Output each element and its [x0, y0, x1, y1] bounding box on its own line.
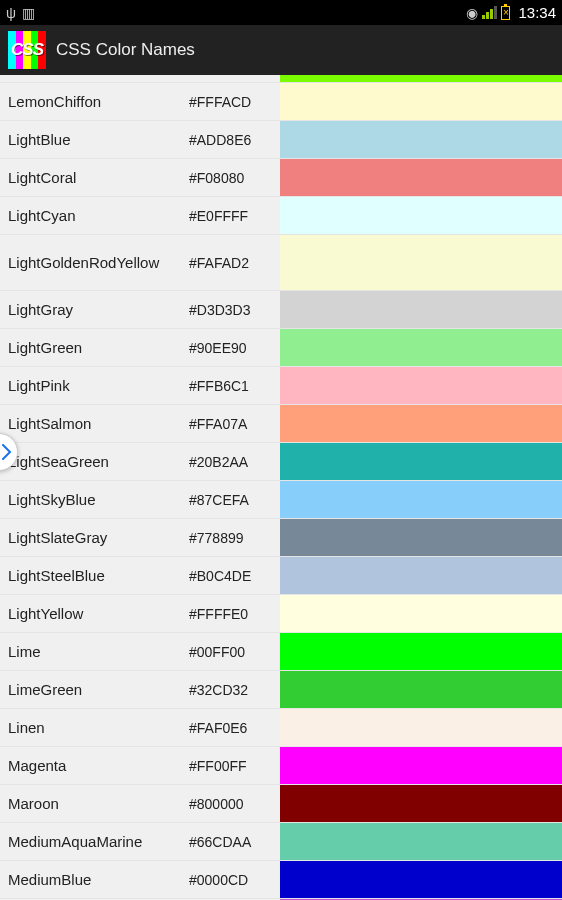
color-row[interactable]: LightCoral#F08080: [0, 159, 562, 197]
color-row[interactable]: LightSteelBlue#B0C4DE: [0, 557, 562, 595]
color-name: LightCoral: [0, 159, 185, 196]
color-row[interactable]: LimeGreen#32CD32: [0, 671, 562, 709]
color-swatch: [280, 443, 562, 480]
appbar: CSS CSS Color Names: [0, 25, 562, 75]
color-hex: [185, 75, 280, 82]
color-row[interactable]: LightYellow#FFFFE0: [0, 595, 562, 633]
color-swatch: [280, 83, 562, 120]
app-title: CSS Color Names: [56, 40, 195, 60]
color-hex: #0000CD: [185, 861, 280, 898]
signal-icon: [482, 6, 497, 19]
color-hex: #FFB6C1: [185, 367, 280, 404]
color-swatch: [280, 405, 562, 442]
color-hex: #FFFFE0: [185, 595, 280, 632]
color-swatch: [280, 159, 562, 196]
statusbar: ψ ▥ ◉ 13:34: [0, 0, 562, 25]
color-hex: #FFA07A: [185, 405, 280, 442]
color-hex: #FAF0E6: [185, 709, 280, 746]
color-name: LightBlue: [0, 121, 185, 158]
color-hex: #FAFAD2: [185, 235, 280, 290]
color-hex: #800000: [185, 785, 280, 822]
color-row[interactable]: Linen#FAF0E6: [0, 709, 562, 747]
color-name: LimeGreen: [0, 671, 185, 708]
color-row[interactable]: LightPink#FFB6C1: [0, 367, 562, 405]
color-name: [0, 75, 185, 82]
color-name: LightGreen: [0, 329, 185, 366]
color-row[interactable]: MediumAquaMarine#66CDAA: [0, 823, 562, 861]
color-hex: #FF00FF: [185, 747, 280, 784]
color-name: LightYellow: [0, 595, 185, 632]
color-row[interactable]: LightGray#D3D3D3: [0, 291, 562, 329]
color-list[interactable]: LemonChiffon#FFFACDLightBlue#ADD8E6Light…: [0, 75, 562, 900]
color-row[interactable]: LightSlateGray#778899: [0, 519, 562, 557]
color-swatch: [280, 557, 562, 594]
color-name: LightSkyBlue: [0, 481, 185, 518]
color-row[interactable]: Magenta#FF00FF: [0, 747, 562, 785]
color-row[interactable]: LightBlue#ADD8E6: [0, 121, 562, 159]
color-row[interactable]: LightSalmon#FFA07A: [0, 405, 562, 443]
color-hex: #FFFACD: [185, 83, 280, 120]
sd-icon: ▥: [22, 5, 35, 21]
color-row[interactable]: LightGreen#90EE90: [0, 329, 562, 367]
color-row[interactable]: MediumBlue#0000CD: [0, 861, 562, 899]
color-hex: #ADD8E6: [185, 121, 280, 158]
color-name: LightGoldenRodYellow: [0, 235, 185, 290]
color-hex: #90EE90: [185, 329, 280, 366]
usb-icon: ψ: [6, 5, 16, 21]
color-row[interactable]: LightSkyBlue#87CEFA: [0, 481, 562, 519]
color-name: Linen: [0, 709, 185, 746]
app-icon-text: CSS: [8, 31, 46, 69]
chevron-right-icon: [1, 444, 13, 460]
color-swatch: [280, 861, 562, 898]
app-icon[interactable]: CSS: [8, 31, 46, 69]
color-row-partial-top[interactable]: [0, 75, 562, 83]
color-hex: #66CDAA: [185, 823, 280, 860]
color-swatch: [280, 595, 562, 632]
color-swatch: [280, 291, 562, 328]
color-row[interactable]: LightSeaGreen#20B2AA: [0, 443, 562, 481]
color-name: LightCyan: [0, 197, 185, 234]
color-hex: #D3D3D3: [185, 291, 280, 328]
color-swatch: [280, 197, 562, 234]
color-swatch: [280, 75, 562, 82]
color-swatch: [280, 747, 562, 784]
color-hex: #87CEFA: [185, 481, 280, 518]
color-swatch: [280, 519, 562, 556]
color-swatch: [280, 785, 562, 822]
color-swatch: [280, 481, 562, 518]
color-name: LemonChiffon: [0, 83, 185, 120]
color-swatch: [280, 633, 562, 670]
color-name: Magenta: [0, 747, 185, 784]
color-swatch: [280, 121, 562, 158]
color-name: Lime: [0, 633, 185, 670]
color-row[interactable]: LightGoldenRodYellow#FAFAD2: [0, 235, 562, 291]
color-swatch: [280, 329, 562, 366]
color-name: MediumAquaMarine: [0, 823, 185, 860]
clock: 13:34: [518, 4, 556, 21]
color-name: LightSeaGreen: [0, 443, 185, 480]
color-swatch: [280, 823, 562, 860]
color-swatch: [280, 235, 562, 290]
color-swatch: [280, 367, 562, 404]
color-hex: #B0C4DE: [185, 557, 280, 594]
color-name: LightGray: [0, 291, 185, 328]
color-hex: #32CD32: [185, 671, 280, 708]
color-row[interactable]: Lime#00FF00: [0, 633, 562, 671]
color-row[interactable]: Maroon#800000: [0, 785, 562, 823]
color-hex: #F08080: [185, 159, 280, 196]
color-name: LightPink: [0, 367, 185, 404]
color-name: LightSteelBlue: [0, 557, 185, 594]
color-name: MediumBlue: [0, 861, 185, 898]
battery-icon: [501, 6, 510, 20]
color-hex: #778899: [185, 519, 280, 556]
color-name: LightSalmon: [0, 405, 185, 442]
color-hex: #E0FFFF: [185, 197, 280, 234]
color-name: LightSlateGray: [0, 519, 185, 556]
color-hex: #00FF00: [185, 633, 280, 670]
color-swatch: [280, 709, 562, 746]
color-swatch: [280, 671, 562, 708]
color-name: Maroon: [0, 785, 185, 822]
color-row[interactable]: LemonChiffon#FFFACD: [0, 83, 562, 121]
color-row[interactable]: LightCyan#E0FFFF: [0, 197, 562, 235]
eye-icon: ◉: [466, 5, 478, 21]
